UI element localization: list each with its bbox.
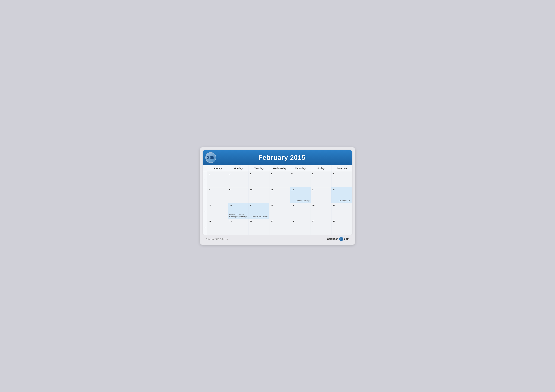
day-17[interactable]: 17 Mardi Gras Carnival	[249, 203, 270, 219]
dow-tuesday: Tuesday	[249, 165, 270, 171]
day-11[interactable]: 11	[270, 187, 290, 203]
day-22[interactable]: 22	[207, 219, 228, 235]
day-num-1: 1	[209, 172, 226, 175]
day-num-4: 4	[271, 172, 289, 175]
day-4[interactable]: 4	[270, 171, 290, 187]
dow-monday: Monday	[228, 165, 249, 171]
week-num-9: 9	[203, 219, 207, 235]
day-num-21: 21	[333, 204, 351, 207]
day-num-16: 16	[229, 204, 247, 207]
day-1[interactable]: 1	[207, 171, 228, 187]
day-14[interactable]: 14 Valentine's Day	[331, 187, 352, 203]
footer: February 2015 Calendar Calendar- 365 .co…	[203, 235, 352, 242]
week-row-7: 7 8 9 10 11 12 Lincoln's Birthday	[203, 187, 352, 203]
page-wrapper: 365 February 2015 Sunday Monday Tuesday …	[200, 147, 355, 245]
day-num-27: 27	[312, 220, 330, 223]
day-num-24: 24	[250, 220, 268, 223]
day-num-6: 6	[312, 172, 330, 175]
week-row-8: 8 15 16 Presidents Day and Washington's …	[203, 203, 352, 219]
day-20[interactable]: 20	[311, 203, 331, 219]
day-num-8: 8	[209, 188, 226, 191]
day-num-23: 23	[229, 220, 247, 223]
day-7[interactable]: 7	[331, 171, 352, 187]
week-num-7: 7	[203, 187, 207, 203]
day-num-20: 20	[312, 204, 330, 207]
calendar-card: 365 February 2015 Sunday Monday Tuesday …	[203, 150, 352, 235]
day-5[interactable]: 5	[290, 171, 311, 187]
week-num-8: 8	[203, 203, 207, 219]
day-num-11: 11	[271, 188, 289, 191]
day-num-22: 22	[209, 220, 226, 223]
footer-left-text: February 2015 Calendar	[206, 238, 228, 240]
day-25[interactable]: 25	[270, 219, 290, 235]
day-num-28: 28	[333, 220, 351, 223]
day-13[interactable]: 13	[311, 187, 331, 203]
dow-header: Sunday Monday Tuesday Wednesday Thursday…	[203, 165, 352, 171]
day-10[interactable]: 10	[249, 187, 270, 203]
day-28[interactable]: 28	[331, 219, 352, 235]
day-num-7: 7	[333, 172, 351, 175]
footer-brand-before: Calendar-	[327, 238, 339, 240]
event-mardi-gras: Mardi Gras Carnival	[253, 216, 268, 218]
event-presidents-day: Presidents Day and Washington's Birthday	[229, 213, 248, 218]
day-6[interactable]: 6	[311, 171, 331, 187]
day-num-13: 13	[312, 188, 330, 191]
day-21[interactable]: 21	[331, 203, 352, 219]
day-12[interactable]: 12 Lincoln's Birthday	[290, 187, 311, 203]
day-16[interactable]: 16 Presidents Day and Washington's Birth…	[228, 203, 249, 219]
week-row-6: 6 1 2 3 4 5 6	[203, 171, 352, 187]
day-num-18: 18	[271, 204, 289, 207]
day-24[interactable]: 24	[249, 219, 270, 235]
day-num-15: 15	[209, 204, 226, 207]
day-num-14: 14	[333, 188, 351, 191]
day-27[interactable]: 27	[311, 219, 331, 235]
day-18[interactable]: 18	[270, 203, 290, 219]
day-num-2: 2	[229, 172, 247, 175]
day-26[interactable]: 26	[290, 219, 311, 235]
dow-sunday: Sunday	[207, 165, 228, 171]
day-num-3: 3	[250, 172, 268, 175]
day-num-5: 5	[291, 172, 309, 175]
week-num-6: 6	[203, 171, 207, 187]
day-num-12: 12	[291, 188, 309, 191]
day-num-19: 19	[291, 204, 309, 207]
day-num-17: 17	[250, 204, 268, 207]
day-15[interactable]: 15	[207, 203, 228, 219]
day-num-26: 26	[291, 220, 309, 223]
event-valentines-day: Valentine's Day	[339, 200, 351, 202]
calendar-title: February 2015	[216, 154, 348, 161]
footer-logo-circle: 365	[339, 237, 343, 241]
day-23[interactable]: 23	[228, 219, 249, 235]
dow-saturday: Saturday	[331, 165, 352, 171]
footer-logo-text: 365	[340, 238, 342, 240]
day-8[interactable]: 8	[207, 187, 228, 203]
day-3[interactable]: 3	[249, 171, 270, 187]
dow-friday: Friday	[311, 165, 331, 171]
footer-brand-after: .com	[343, 238, 349, 240]
day-9[interactable]: 9	[228, 187, 249, 203]
calendar-header: 365 February 2015	[203, 150, 352, 165]
dow-wednesday: Wednesday	[270, 165, 290, 171]
event-lincolns-birthday: Lincoln's Birthday	[296, 200, 309, 202]
footer-right: Calendar- 365 .com	[327, 237, 349, 241]
day-19[interactable]: 19	[290, 203, 311, 219]
week-row-9: 9 22 23 24 25 26 27	[203, 219, 352, 235]
logo-circle: 365	[205, 152, 216, 163]
day-num-25: 25	[271, 220, 289, 223]
day-2[interactable]: 2	[228, 171, 249, 187]
logo-text: 365	[207, 155, 215, 160]
day-num-10: 10	[250, 188, 268, 191]
day-num-9: 9	[229, 188, 247, 191]
dow-thursday: Thursday	[290, 165, 311, 171]
calendar-body: Sunday Monday Tuesday Wednesday Thursday…	[203, 165, 352, 235]
